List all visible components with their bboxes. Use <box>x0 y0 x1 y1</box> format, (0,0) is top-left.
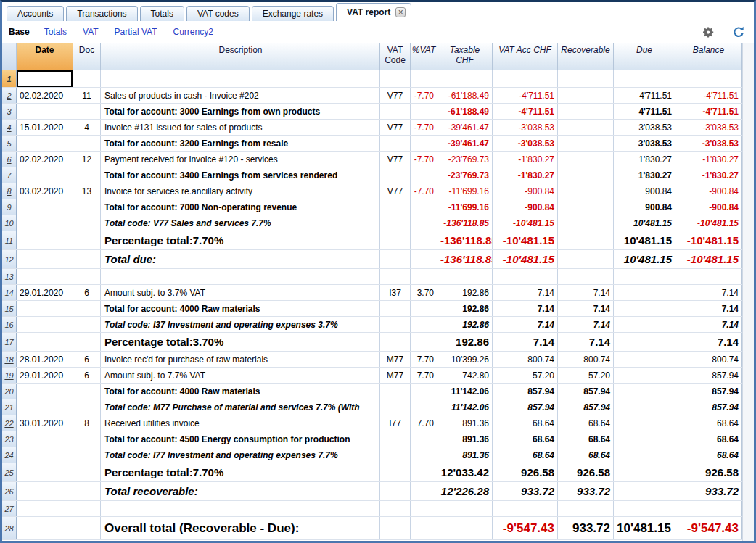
cell-code[interactable]: V77 <box>380 152 411 167</box>
cell-desc[interactable]: Invoice #131 issued for sales of product… <box>101 120 380 135</box>
tab-close-icon[interactable]: × <box>395 7 406 17</box>
cell-taxable[interactable]: 891.36 <box>437 431 493 447</box>
cell-desc[interactable]: Total code: I37 Investment and operating… <box>101 317 380 332</box>
cell-rec[interactable] <box>558 215 614 231</box>
cell-code[interactable] <box>380 463 411 481</box>
cell-code[interactable] <box>380 250 411 268</box>
cell-taxable[interactable]: 192.86 <box>437 333 493 351</box>
cell-desc[interactable]: Invoice rec'd for purchase of raw materi… <box>101 352 380 367</box>
cell-pct[interactable] <box>411 482 437 500</box>
cell-due[interactable]: 1'830.27 <box>614 152 675 167</box>
cell-desc[interactable]: Percentage total:3.70% <box>101 333 380 351</box>
cell-taxable[interactable] <box>437 517 493 539</box>
cell-code[interactable] <box>380 384 411 399</box>
cell-bal[interactable]: 68.64 <box>675 431 742 447</box>
cell-date[interactable]: 02.02.2020 <box>17 88 73 103</box>
cell-rec[interactable] <box>558 250 614 268</box>
cell-code[interactable] <box>380 104 411 119</box>
cell-bal[interactable]: -10'481.15 <box>675 250 742 268</box>
cell-date[interactable]: 29.01.2020 <box>17 285 73 300</box>
cell-due[interactable]: 10'481.15 <box>614 250 675 268</box>
column-header-pct[interactable]: %VAT <box>411 43 437 70</box>
row-number[interactable]: 15 <box>2 301 17 316</box>
cell-code[interactable] <box>380 317 411 332</box>
cell-rec[interactable] <box>558 167 614 183</box>
row-number[interactable]: 21 <box>2 399 17 415</box>
cell-code[interactable]: M77 <box>380 368 411 383</box>
cell-vatacc[interactable]: 7.14 <box>493 317 558 332</box>
cell-vatacc[interactable]: -3'038.53 <box>493 120 558 135</box>
cell-pct[interactable] <box>411 70 437 87</box>
cell-pct[interactable]: 3.70 <box>411 285 437 300</box>
cell-bal[interactable]: 7.14 <box>675 317 742 332</box>
cell-vatacc[interactable]: 7.14 <box>493 301 558 316</box>
cell-code[interactable]: V77 <box>380 120 411 135</box>
cell-doc[interactable] <box>73 104 101 119</box>
cell-rec[interactable] <box>558 269 614 284</box>
cell-pct[interactable] <box>411 399 437 415</box>
cell-bal[interactable]: -1'830.27 <box>675 167 742 183</box>
cell-date[interactable] <box>17 136 73 151</box>
view-link-currency2[interactable]: Currency2 <box>173 27 213 37</box>
cell-doc[interactable] <box>73 231 101 249</box>
row-number[interactable]: 12 <box>2 250 17 268</box>
row-number[interactable]: 16 <box>2 317 17 332</box>
cell-pct[interactable]: 7.70 <box>411 368 437 383</box>
cell-vatacc[interactable]: -3'038.53 <box>493 136 558 151</box>
cell-doc[interactable] <box>73 199 101 215</box>
row-number[interactable]: 5 <box>2 136 17 151</box>
cell-due[interactable] <box>614 269 675 284</box>
cell-code[interactable] <box>380 70 411 87</box>
cell-due[interactable]: 10'481.15 <box>614 215 675 231</box>
cell-code[interactable]: I77 <box>380 415 411 431</box>
cell-date[interactable]: 28.01.2020 <box>17 352 73 367</box>
cell-vatacc[interactable]: -1'830.27 <box>493 152 558 167</box>
cell-desc[interactable]: Total for account: 3200 Earnings from re… <box>101 136 380 151</box>
cell-bal[interactable]: 7.14 <box>675 301 742 316</box>
row-number[interactable]: 4 <box>2 120 17 135</box>
column-header-rec[interactable]: Recoverable <box>558 43 614 70</box>
cell-taxable[interactable]: -136'118.85 <box>437 215 493 231</box>
cell-bal[interactable]: 857.94 <box>675 399 742 415</box>
cell-code[interactable] <box>380 215 411 231</box>
cell-due[interactable]: 3'038.53 <box>614 136 675 151</box>
cell-doc[interactable] <box>73 269 101 284</box>
cell-rec[interactable] <box>558 88 614 103</box>
cell-date[interactable]: 03.02.2020 <box>17 183 73 199</box>
tab-accounts[interactable]: Accounts <box>7 6 64 21</box>
cell-desc[interactable]: Total for account: 7000 Non-operating re… <box>101 199 380 215</box>
cell-vatacc[interactable]: 926.58 <box>493 463 558 481</box>
cell-due[interactable] <box>614 463 675 481</box>
cell-bal[interactable]: 7.14 <box>675 333 742 351</box>
cell-due[interactable]: 900.84 <box>614 199 675 215</box>
cell-doc[interactable] <box>73 333 101 351</box>
cell-doc[interactable] <box>73 70 101 87</box>
cell-doc[interactable] <box>73 501 101 516</box>
cell-taxable[interactable]: -23'769.73 <box>437 152 493 167</box>
cell-due[interactable] <box>614 368 675 383</box>
row-number[interactable]: 24 <box>2 447 17 463</box>
cell-pct[interactable] <box>411 317 437 332</box>
cell-vatacc[interactable]: 857.94 <box>493 384 558 399</box>
cell-vatacc[interactable]: -4'711.51 <box>493 88 558 103</box>
cell-doc[interactable] <box>73 447 101 463</box>
cell-date[interactable] <box>17 215 73 231</box>
cell-doc[interactable]: 6 <box>73 368 101 383</box>
row-number[interactable]: 23 <box>2 431 17 447</box>
cell-rec[interactable] <box>558 183 614 199</box>
cell-due[interactable]: 1'830.27 <box>614 167 675 183</box>
cell-date[interactable] <box>17 431 73 447</box>
cell-doc[interactable]: 6 <box>73 352 101 367</box>
cell-doc[interactable] <box>73 250 101 268</box>
cell-rec[interactable]: 68.64 <box>558 415 614 431</box>
cell-bal[interactable]: -900.84 <box>675 183 742 199</box>
cell-due[interactable]: 4'711.51 <box>614 88 675 103</box>
cell-date[interactable] <box>17 317 73 332</box>
cell-pct[interactable] <box>411 215 437 231</box>
cell-due[interactable] <box>614 384 675 399</box>
cell-vatacc[interactable]: -10'481.15 <box>493 250 558 268</box>
cell-desc[interactable]: Percentage total:7.70% <box>101 463 380 481</box>
cell-desc[interactable]: Total for account: 4000 Raw materials <box>101 384 380 399</box>
cell-taxable[interactable]: 12'226.28 <box>437 482 493 500</box>
cell-pct[interactable]: -7.70 <box>411 88 437 103</box>
